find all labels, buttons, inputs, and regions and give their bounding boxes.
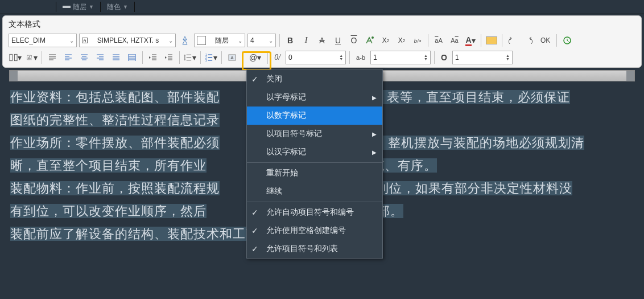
ruler-right-tab[interactable] [626, 71, 634, 81]
align-left-button[interactable] [61, 51, 75, 64]
background-mask-button[interactable] [485, 34, 498, 47]
subscript-button[interactable]: X2 [395, 34, 408, 47]
menu-separator [247, 162, 382, 163]
text-line: 行，整机摆放与装配的场地必须规划清 [362, 136, 584, 150]
stack-button[interactable]: b/a [411, 34, 424, 47]
text-style-value: ELEC_DIM [11, 36, 46, 44]
indent-decrease-button[interactable] [146, 51, 160, 64]
insert-field-button[interactable]: A [225, 51, 239, 64]
paragraph-button[interactable] [46, 51, 59, 64]
align-center-button[interactable] [77, 51, 91, 64]
check-icon: ✓ [251, 244, 258, 253]
autocaps-button[interactable] [363, 34, 377, 47]
menu-item-label: 允许自动项目符号和编号 [266, 207, 354, 218]
menu-item-label: 以项目符号标记 [266, 129, 322, 139]
numbering-dropdown-menu: ✓关闭以字母标记▶以数字标记以项目符号标记▶以汉字标记▶重新开始继续✓允许自动项… [246, 69, 383, 259]
text-line: 图纸的完整性、整洁性过程信息记录 [10, 113, 220, 127]
text-color-select[interactable]: 随层⌄ [194, 34, 245, 47]
oblique-angle-input[interactable]: 0 ▲▼ [286, 51, 346, 64]
menu-item-space[interactable]: ✓允许使用空格创建编号 [247, 222, 382, 240]
font-color-button[interactable]: A▾ [464, 34, 477, 47]
width-factor-input[interactable]: 1 ▲▼ [452, 51, 513, 64]
font-value: SIMPLEX, HZTXT. s [97, 36, 159, 44]
submenu-arrow-icon: ▶ [372, 149, 377, 155]
menu-item-label: 重新开始 [266, 168, 298, 178]
menu-item-label: 关闭 [266, 74, 282, 84]
align-justify-button[interactable] [109, 51, 123, 64]
ruler-left-tab[interactable] [10, 71, 18, 81]
tracking-value: 1 [373, 54, 377, 62]
superscript-button[interactable]: X2 [379, 34, 393, 47]
lowercase-button[interactable]: Aa [448, 34, 461, 47]
ok-button[interactable]: OK [538, 34, 553, 47]
text-height-select[interactable]: 4⌄ [247, 34, 276, 47]
align-distribute-button[interactable] [125, 51, 139, 64]
overline-button[interactable]: O [347, 34, 361, 47]
text-line: 有到位，可以改变作业顺序，然后 [10, 204, 207, 218]
color-dropdown[interactable]: 随色 ▼ [103, 1, 132, 13]
menu-item-hanzi[interactable]: 以汉字标记▶ [247, 143, 382, 161]
text-color-label: 随层 [215, 36, 229, 46]
options-button[interactable] [560, 34, 574, 47]
mtext-justify-button[interactable]: A▾ [24, 51, 38, 64]
color-swatch [197, 36, 206, 45]
app-top-toolbar: 随层 ▼ 随色 ▼ [0, 0, 644, 14]
tracking-input[interactable]: 1 ▲▼ [370, 51, 431, 64]
text-line: OM 表等，直至项目结束，必须保证 [362, 90, 570, 104]
strikethrough-button[interactable]: A [315, 34, 329, 47]
oblique-zero-label: 0/ [271, 51, 283, 64]
svg-text:A: A [28, 55, 31, 60]
annotative-icon[interactable] [178, 34, 192, 47]
menu-item-list[interactable]: ✓允许项目符号和列表 [247, 240, 382, 258]
underline-button[interactable]: U [331, 34, 345, 47]
layer-dropdown[interactable]: 随层 ▼ [59, 1, 98, 13]
menu-item-bullet[interactable]: 以项目符号标记▶ [247, 125, 382, 143]
panel-title: 文本格式 [9, 19, 635, 30]
text-format-panel: 文本格式 ELEC_DIM⌄ 🄰 SIMPLEX, HZTXT. s⌄ 随层⌄ … [2, 15, 642, 68]
text-height-value: 4 [250, 36, 254, 44]
numbering-button[interactable]: 123▾ [204, 51, 218, 64]
submenu-arrow-icon: ▶ [372, 95, 377, 101]
menu-item-restart[interactable]: 重新开始 [247, 164, 382, 182]
check-icon: ✓ [251, 208, 258, 217]
text-line: 作业场所：零件摆放、部件装配必须 [10, 136, 220, 150]
menu-item-continue[interactable]: 继续 [247, 182, 382, 200]
svg-rect-3 [14, 54, 17, 60]
font-select[interactable]: 🄰 SIMPLEX, HZTXT. s⌄ [79, 34, 176, 47]
spinner-icon[interactable]: ▲▼ [424, 54, 428, 61]
columns-button[interactable]: ▾ [9, 51, 22, 64]
redo-button[interactable] [522, 34, 535, 47]
oblique-value: 0 [288, 54, 292, 62]
menu-item-label: 允许使用空格创建编号 [266, 226, 346, 236]
menu-item-label: 继续 [266, 186, 282, 196]
symbol-button[interactable]: @▾ [246, 51, 264, 64]
text-line: 计到位，如果有部分非决定性材料没 [363, 181, 572, 195]
text-style-select[interactable]: ELEC_DIM⌄ [9, 34, 77, 47]
menu-item-label: 允许项目符号和列表 [266, 244, 338, 254]
text-line: 晰，直至整个项目结束，所有作业 [10, 158, 207, 173]
svg-point-0 [371, 36, 374, 39]
indent-increase-button[interactable] [162, 51, 176, 64]
uppercase-button[interactable]: aA [432, 34, 445, 47]
menu-item-auto[interactable]: ✓允许自动项目符号和编号 [247, 203, 382, 222]
spinner-icon[interactable]: ▲▼ [339, 54, 343, 61]
line-spacing-button[interactable]: ▾ [183, 51, 197, 64]
bold-button[interactable]: B [283, 34, 297, 47]
text-line: 作业资料：包括总装配图、部件装配 [10, 90, 220, 104]
align-right-button[interactable] [93, 51, 107, 64]
spinner-icon[interactable]: ▲▼ [506, 54, 510, 61]
check-icon: ✓ [251, 75, 258, 84]
layer-dropdown-label: 随层 [73, 2, 86, 12]
svg-text:A: A [230, 55, 234, 60]
mask-swatch-icon [486, 36, 497, 44]
width-value: 1 [455, 54, 459, 62]
menu-item-close[interactable]: ✓关闭 [247, 70, 382, 88]
menu-item-letter[interactable]: 以字母标记▶ [247, 88, 382, 107]
undo-button[interactable] [506, 34, 519, 47]
menu-item-number[interactable]: 以数字标记 [247, 107, 382, 125]
menu-item-label: 以数字标记 [266, 110, 306, 121]
width-factor-label: O [438, 51, 450, 64]
italic-button[interactable]: I [299, 34, 313, 47]
text-line: 装配物料：作业前，按照装配流程规 [10, 181, 220, 195]
color-dropdown-label: 随色 [107, 2, 121, 12]
